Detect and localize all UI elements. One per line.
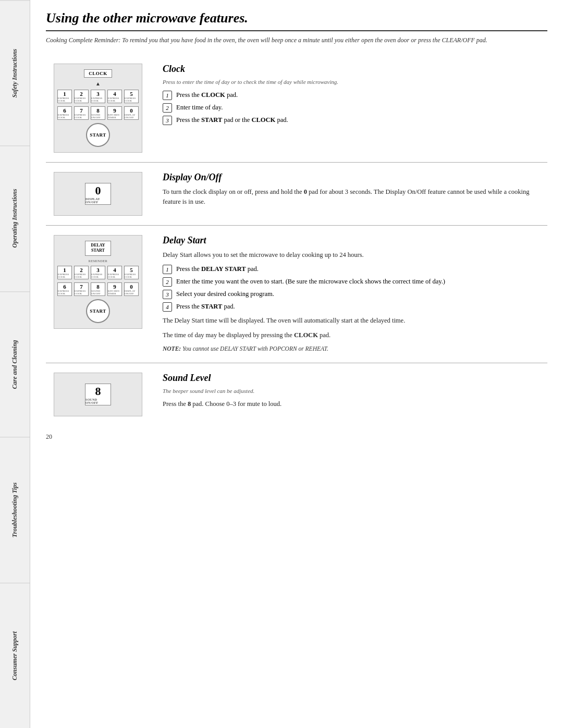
delay-section: DELAYSTART REMINDER 1EXPRESS COOK 2EXPRE… xyxy=(46,226,547,363)
delay-top-label: DELAYSTART xyxy=(85,241,111,256)
clock-btn-6: 6EXPRESS COOK xyxy=(57,106,72,120)
page-number: 20 xyxy=(46,433,547,441)
delay-step-num-4: 4 xyxy=(163,302,172,312)
display-content: Display On/Off To turn the clock display… xyxy=(163,172,547,216)
delay-step-1: 1 Press the DELAY START pad. xyxy=(163,264,547,274)
delay-step-num-2: 2 xyxy=(163,277,172,287)
sound-text: Press the 8 pad. Choose 0–3 for mute to … xyxy=(163,399,547,409)
clock-step-2: 2 Enter time of day. xyxy=(163,103,547,113)
clock-btn-9: 9KITCHEN TIMER xyxy=(107,106,122,120)
delay-step-2: 2 Enter the time you want the oven to st… xyxy=(163,277,547,287)
delay-step-4: 4 Press the START pad. xyxy=(163,302,547,312)
clock-btn-5: 5EXPRESS COOK xyxy=(124,90,139,103)
delay-btn-9: 9KITCHEN TIMER xyxy=(107,282,122,296)
delay-step-text-3: Select your desired cooking program. xyxy=(176,289,274,299)
delay-title: Delay Start xyxy=(163,235,547,246)
sound-title: Sound Level xyxy=(163,373,547,384)
clock-step-num-2: 2 xyxy=(163,103,172,113)
clock-keypad: CLOCK ▲ 1EXPRESS COOK 2EXPRESS COOK 3EXP… xyxy=(54,64,142,153)
clock-steps: 1 Press the CLOCK pad. 2 Enter time of d… xyxy=(163,90,547,125)
clock-btn-2: 2EXPRESS COOK xyxy=(74,90,89,103)
clock-content: Clock Press to enter the time of day or … xyxy=(163,64,547,153)
sound-subtitle: The beeper sound level can be adjusted. xyxy=(163,388,547,394)
sidebar-label-consumer: Consumer Support xyxy=(0,583,30,728)
clock-btn-0: 0DISPLAY ON/OFF xyxy=(124,106,139,120)
delay-start-btn: START xyxy=(86,299,110,323)
clock-step-text-2: Enter time of day. xyxy=(176,103,223,112)
delay-btn-2: 2EXPRESS COOK xyxy=(74,266,89,279)
delay-diagram: DELAYSTART REMINDER 1EXPRESS COOK 2EXPRE… xyxy=(46,235,150,353)
delay-text3: The time of day may be displayed by pres… xyxy=(163,330,547,340)
delay-btn-5: 5EXPRESS COOK xyxy=(124,266,139,279)
sidebar-label-safety: Safety Instructions xyxy=(0,0,30,145)
clock-step-text-3: Press the START pad or the CLOCK pad. xyxy=(176,115,288,125)
clock-step-num-3: 3 xyxy=(163,116,172,125)
clock-step-num-1: 1 xyxy=(163,91,172,100)
delay-btn-1: 1EXPRESS COOK xyxy=(57,266,72,279)
sound-eight-btn: 8 SOUND ON/OFF xyxy=(85,384,111,405)
sound-content: Sound Level The beeper sound level can b… xyxy=(163,373,547,416)
clock-title: Clock xyxy=(163,64,547,75)
delay-row1: 1EXPRESS COOK 2EXPRESS COOK 3EXPRESS COO… xyxy=(57,266,139,279)
clock-diagram: CLOCK ▲ 1EXPRESS COOK 2EXPRESS COOK 3EXP… xyxy=(46,64,150,153)
sidebar-label-operating: Operating Instructions xyxy=(0,145,30,291)
clock-arrow: ▲ xyxy=(95,81,101,87)
clock-step-text-1: Press the CLOCK pad. xyxy=(176,90,238,100)
delay-step-num-3: 3 xyxy=(163,290,172,299)
delay-btn-6: 6EXPRESS COOK xyxy=(57,282,72,296)
delay-text2: The Delay Start time will be displayed. … xyxy=(163,316,547,326)
sound-section: 8 SOUND ON/OFF Sound Level The beeper so… xyxy=(46,363,547,426)
page-title: Using the other microwave features. xyxy=(46,10,547,31)
sidebar-label-troubleshooting: Troubleshooting Tips xyxy=(0,437,30,582)
delay-steps: 1 Press the DELAY START pad. 2 Enter the… xyxy=(163,264,547,312)
delay-btn-7: 7EXPRESS COOK xyxy=(74,282,89,296)
clock-btn-1: 1EXPRESS COOK xyxy=(57,90,72,103)
display-diagram: 0 DISPLAY ON/OFF xyxy=(46,172,150,216)
delay-text1: Delay Start allows you to set the microw… xyxy=(163,250,547,260)
delay-step-3: 3 Select your desired cooking program. xyxy=(163,289,547,299)
display-section: 0 DISPLAY ON/OFF Display On/Off To turn … xyxy=(46,163,547,226)
reminder-label: REMINDER xyxy=(89,259,107,263)
clock-start-btn: START xyxy=(86,123,110,147)
clock-btn-8: 8SOUND ON/OFF xyxy=(91,106,105,120)
sound-diagram: 8 SOUND ON/OFF xyxy=(46,373,150,416)
clock-row1: 1EXPRESS COOK 2EXPRESS COOK 3EXPRESS COO… xyxy=(57,90,139,103)
clock-top-label: CLOCK xyxy=(84,69,112,78)
clock-btn-7: 7EXPRESS COOK xyxy=(74,106,89,120)
sidebar: Safety Instructions Operating Instructio… xyxy=(0,0,30,728)
delay-btn-3: 3EXPRESS COOK xyxy=(91,266,105,279)
clock-section: CLOCK ▲ 1EXPRESS COOK 2EXPRESS COOK 3EXP… xyxy=(46,54,547,163)
clock-step-1: 1 Press the CLOCK pad. xyxy=(163,90,547,100)
display-text: To turn the clock display on or off, pre… xyxy=(163,187,547,207)
sidebar-label-care: Care and Cleaning xyxy=(0,291,30,437)
display-zero-btn: 0 DISPLAY ON/OFF xyxy=(85,183,111,205)
delay-row2: 6EXPRESS COOK 7EXPRESS COOK 8SOUND ON/OF… xyxy=(57,282,139,296)
delay-step-text-4: Press the START pad. xyxy=(176,302,235,311)
clock-step-3: 3 Press the START pad or the CLOCK pad. xyxy=(163,115,547,125)
delay-step-text-2: Enter the time you want the oven to star… xyxy=(176,277,445,286)
clock-row2: 6EXPRESS COOK 7EXPRESS COOK 8SOUND ON/OF… xyxy=(57,106,139,120)
delay-step-num-1: 1 xyxy=(163,265,172,274)
delay-btn-0: 0DISPLAY ON/OFF xyxy=(124,282,139,296)
display-title: Display On/Off xyxy=(163,172,547,183)
clock-btn-4: 4EXPRESS COOK xyxy=(107,90,122,103)
delay-btn-8: 8SOUND ON/OFF xyxy=(91,282,105,296)
clock-subtitle: Press to enter the time of day or to che… xyxy=(163,79,547,85)
display-keypad: 0 DISPLAY ON/OFF xyxy=(54,172,142,216)
clock-btn-3: 3EXPRESS COOK xyxy=(91,90,105,103)
delay-step-text-1: Press the DELAY START pad. xyxy=(176,264,259,274)
delay-btn-4: 4EXPRESS COOK xyxy=(107,266,122,279)
sound-keypad: 8 SOUND ON/OFF xyxy=(54,373,142,416)
main-content: Using the other microwave features. Cook… xyxy=(30,0,563,456)
delay-content: Delay Start Delay Start allows you to se… xyxy=(163,235,547,353)
delay-note: NOTE: You cannot use DELAY START with PO… xyxy=(163,344,547,353)
intro-text: Cooking Complete Reminder: To remind you… xyxy=(46,35,547,45)
delay-keypad: DELAYSTART REMINDER 1EXPRESS COOK 2EXPRE… xyxy=(54,235,142,329)
